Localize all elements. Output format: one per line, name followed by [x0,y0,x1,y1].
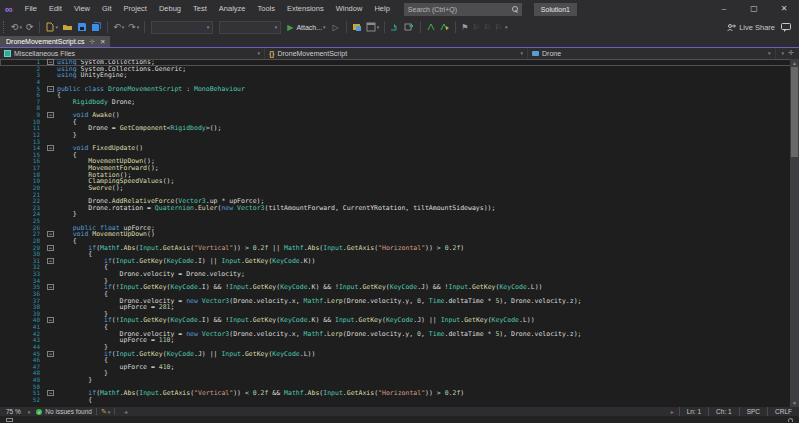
collapse-icon[interactable]: − [47,86,54,92]
tab-dronemovementscript[interactable]: DroneMovementScript.cs ⊹ ✕ [0,36,110,47]
collapse-icon[interactable]: − [47,245,54,251]
code-line-49[interactable]: 49 } [0,377,799,384]
menu-edit[interactable]: Edit [43,0,68,18]
break-all-button[interactable] [350,19,364,35]
live-share-button[interactable]: Live Share [727,23,775,32]
code-line-24[interactable]: 24 } [0,211,799,218]
previous-bookmark-icon[interactable]: ⚐ [470,23,481,32]
open-file-button[interactable] [60,19,75,35]
code-line-8[interactable]: 8 [0,105,799,112]
platform-dropdown[interactable]: ▾ [219,21,281,34]
line-ending-indicator[interactable]: CRLF [767,407,799,416]
configuration-dropdown[interactable]: ▾ [151,21,213,34]
editor-options-icon[interactable]: ▾ [782,50,785,56]
code-cleanup-icon[interactable]: ✎ [101,408,107,416]
menu-git[interactable]: Git [96,0,118,18]
code-line-40[interactable]: 40− if(!Input.GetKey(KeyCode.I) && !Inpu… [0,317,799,324]
menu-file[interactable]: File [19,0,43,18]
fold-margin[interactable]: − [46,258,57,265]
menu-view[interactable]: View [68,0,96,18]
scroll-down-icon[interactable]: ▼ [790,399,799,407]
attach-button[interactable]: ▶ Attach... ▾ [287,23,325,32]
feedback-icon[interactable] [781,23,791,32]
navigate-forward-button[interactable]: ⟳ [24,19,36,35]
code-line-51[interactable]: 51− if(Mathf.Abs(Input.GetAxis("Vertical… [0,390,799,397]
find-symbol-button[interactable] [424,19,438,35]
save-button[interactable] [75,19,89,35]
maximize-button[interactable]: ▢ [739,0,769,18]
vertical-scrollbar-thumb[interactable] [791,67,798,157]
fold-margin[interactable]: − [46,231,57,238]
fold-margin[interactable]: − [46,112,57,119]
code-line-35[interactable]: 35− if(!Input.GetKey(KeyCode.I) && !Inpu… [0,284,799,291]
find-next-button[interactable] [438,19,452,35]
split-editor-icon[interactable]: ✛ [788,49,794,57]
code-line-33[interactable]: 33 Drone.velocity = Drone.velocity; [0,271,799,278]
code-line-29[interactable]: 29− if(Mathf.Abs(Input.GetAxis("Vertical… [0,245,799,252]
menu-tools[interactable]: Tools [252,0,282,18]
collapse-icon[interactable]: − [47,231,54,237]
code-line-31[interactable]: 31− if(Input.GetKey(KeyCode.I) || Input.… [0,258,799,265]
project-dropdown[interactable]: Miscellaneous Files ▾ [0,48,265,59]
save-all-button[interactable] [89,19,104,35]
scroll-left-icon[interactable]: ◄ [123,409,128,415]
collapse-icon[interactable]: − [47,390,54,396]
code-line-3[interactable]: 3using UnityEngine; [0,72,799,79]
menu-help[interactable]: Help [368,0,395,18]
code-line-5[interactable]: 5−public class DroneMovementScript : Mon… [0,86,799,93]
code-line-23[interactable]: 23 Drone.rotation = Quaternion.Euler(new… [0,205,799,212]
new-file-button[interactable]: ▾ [43,19,61,35]
fold-margin[interactable]: − [46,59,57,66]
code-line-9[interactable]: 9− void Awake() [0,112,799,119]
code-line-14[interactable]: 14− void FixedUpdate() [0,145,799,152]
pin-tab-icon[interactable]: ⊹ [90,38,95,46]
step-over-button[interactable] [402,19,417,35]
space-mode-indicator[interactable]: SPC [739,407,767,416]
collapse-icon[interactable]: − [47,351,54,357]
undo-button[interactable]: ↶▾ [111,19,126,35]
minimize-button[interactable]: – [709,0,739,18]
code-line-48[interactable]: 48 } [0,370,799,377]
collapse-icon[interactable]: − [47,112,54,118]
navigate-backward-button[interactable]: ⟲▾ [9,19,24,35]
type-dropdown[interactable]: {} DroneMovementScript ▾ [265,48,528,59]
fold-margin[interactable]: − [46,145,57,152]
clear-bookmarks-icon[interactable]: ⚐ [493,23,504,32]
menu-test[interactable]: Test [187,0,213,18]
member-dropdown[interactable]: Drone ▾ [528,48,776,59]
collapse-icon[interactable]: − [47,317,54,323]
horizontal-scrollbar[interactable]: ◄ ► [119,409,678,415]
code-cleanup-caret-icon[interactable]: ▾ [108,409,111,415]
code-line-7[interactable]: 7 Rigidbody Drone; [0,99,799,106]
fold-margin[interactable]: − [46,351,57,358]
code-line-43[interactable]: 43 upForce = 110; [0,337,799,344]
code-health-indicator[interactable]: ✓ No issues found [36,408,92,415]
toggle-bookmark-icon[interactable]: ⚑ [459,23,470,32]
start-without-debugging-icon[interactable]: ▷ [333,23,339,32]
close-tab-icon[interactable]: ✕ [100,38,105,46]
code-line-47[interactable]: 47 upForce = 410; [0,364,799,371]
zoom-dropdown[interactable]: 75 % ▾ [0,408,36,415]
menu-analyze[interactable]: Analyze [213,0,252,18]
vertical-scrollbar[interactable]: ▲ ▼ [790,59,799,407]
scroll-right-icon[interactable]: ► [670,409,675,415]
code-line-20[interactable]: 20 Swerve(); [0,185,799,192]
next-bookmark-icon[interactable]: ⚐ [482,23,493,32]
fold-margin[interactable]: − [46,317,57,324]
column-indicator[interactable]: Ch: 1 [708,407,739,416]
collapse-icon[interactable]: − [47,284,54,290]
fold-margin[interactable]: − [46,284,57,291]
collapse-icon[interactable]: − [47,59,54,65]
collapse-icon[interactable]: − [47,258,54,264]
background-tasks-icon[interactable] [6,418,13,422]
search-input[interactable]: Search (Ctrl+Q) [404,3,522,16]
fold-margin[interactable]: − [46,245,57,252]
redo-button[interactable]: ↷▾ [126,19,141,35]
scroll-up-icon[interactable]: ▲ [790,59,799,67]
solution-name-badge[interactable]: Solution1 [534,3,577,16]
code-line-12[interactable]: 12 } [0,132,799,139]
code-line-27[interactable]: 27− void MovementUpDown() [0,231,799,238]
menu-debug[interactable]: Debug [153,0,187,18]
code-line-38[interactable]: 38 upForce = 281; [0,304,799,311]
show-output-button[interactable]: ▾ [364,19,382,35]
